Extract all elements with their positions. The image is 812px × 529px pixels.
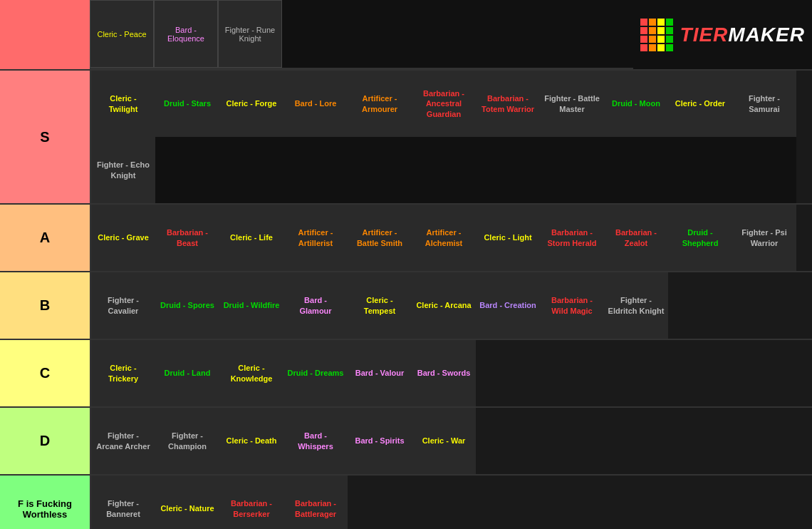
logo-dot — [657, 19, 665, 26]
tier-label: C — [0, 340, 90, 406]
tier-item: Druid - Stars — [155, 71, 219, 137]
logo-dot — [666, 27, 673, 34]
tier-item: Cleric - Tempest — [348, 272, 412, 339]
tier-item: Druid - Spores — [155, 272, 219, 339]
logo-dot — [649, 27, 656, 34]
tier-item: Artificer - Alchemist — [412, 205, 476, 271]
tier-row-S: SCleric - TwilightDruid - StarsCleric - … — [0, 69, 812, 203]
tier-item: Artificer - Armourer — [348, 71, 412, 137]
tier-item: Barbarian - Zealot — [604, 205, 668, 271]
tier-item: Druid - Shepherd — [668, 205, 732, 271]
tier-item: Fighter - Battle Master — [540, 71, 604, 137]
tier-content: Fighter - CavalierDruid - SporesDruid - … — [90, 272, 812, 339]
tier-item: Druid - Dreams — [283, 340, 348, 406]
logo-dot — [649, 36, 656, 43]
header-item: Bard - Eloquence — [154, 0, 218, 68]
tiermaker-logo: TiERMAKeR — [633, 0, 812, 69]
tier-item: Fighter - Eldritch Knight — [604, 272, 668, 339]
tier-item: Bard - Glamour — [283, 272, 348, 339]
tier-item: Cleric - Grave — [91, 205, 155, 271]
header-items: Cleric - PeaceBard - EloquenceFighter - … — [90, 0, 633, 69]
logo-dot — [657, 36, 665, 43]
tier-item: Cleric - Light — [476, 205, 540, 271]
tier-item: Cleric - Nature — [155, 476, 219, 529]
header-row: Cleric - PeaceBard - EloquenceFighter - … — [0, 0, 812, 69]
tier-content: Cleric - TrickeryDruid - LandCleric - Kn… — [90, 340, 812, 406]
logo-dot — [640, 36, 647, 43]
tier-label: F is Fucking Worthless — [0, 476, 90, 529]
tier-row-F: F is Fucking WorthlessFighter - Banneret… — [0, 474, 812, 529]
banned-label — [0, 0, 90, 69]
tier-item: Cleric - Forge — [219, 71, 283, 137]
tier-item: Barbarian - Ancestral Guardian — [412, 71, 476, 137]
tier-item: Fighter - Samurai — [732, 71, 796, 137]
tier-item — [155, 137, 219, 203]
tier-item: Cleric - War — [412, 408, 476, 474]
tier-item — [732, 137, 796, 203]
tier-item — [540, 137, 604, 203]
tier-item: Bard - Valour — [348, 340, 412, 406]
logo-grid — [640, 19, 673, 51]
tier-row-B: BFighter - CavalierDruid - SporesDruid -… — [0, 271, 812, 339]
logo-dot — [666, 36, 673, 43]
tier-item — [348, 137, 412, 203]
tier-item: Cleric - Life — [219, 205, 283, 271]
logo-text: TiERMAKeR — [680, 24, 805, 46]
tier-item: Fighter - Echo Knight — [91, 137, 155, 203]
logo-dot — [657, 44, 665, 51]
tier-label: S — [0, 71, 90, 203]
tier-item: Bard - Lore — [283, 71, 348, 137]
tier-item: Cleric - Arcana — [412, 272, 476, 339]
logo-dot — [666, 44, 673, 51]
header-item: Fighter - Rune Knight — [218, 0, 282, 68]
tier-content: Fighter - Arcane ArcherFighter - Champio… — [90, 408, 812, 474]
tier-item: Druid - Moon — [604, 71, 668, 137]
tier-row-A: ACleric - GraveBarbarian - BeastCleric -… — [0, 203, 812, 271]
logo-dot — [649, 44, 656, 51]
tier-item: Bard - Creation — [476, 272, 540, 339]
logo-dot — [666, 19, 673, 26]
logo-dot — [640, 19, 647, 26]
tier-item: Artificer - Artillerist — [283, 205, 348, 271]
tier-label: A — [0, 205, 90, 271]
tier-item — [476, 137, 540, 203]
tier-row-C: CCleric - TrickeryDruid - LandCleric - K… — [0, 339, 812, 406]
tier-row-D: DFighter - Arcane ArcherFighter - Champi… — [0, 406, 812, 474]
logo-dot — [657, 27, 665, 34]
tier-item: Cleric - Trickery — [91, 340, 155, 406]
tier-content: Cleric - GraveBarbarian - BeastCleric - … — [90, 205, 812, 271]
logo-tier: TiER — [680, 24, 729, 46]
tier-item: Cleric - Twilight — [91, 71, 155, 137]
tier-content: Cleric - TwilightDruid - StarsCleric - F… — [90, 71, 812, 203]
tier-item: Barbarian - Storm Herald — [540, 205, 604, 271]
tier-item — [668, 137, 732, 203]
header-item: Cleric - Peace — [90, 0, 154, 68]
tier-item: Druid - Land — [155, 340, 219, 406]
tier-item: Bard - Swords — [412, 340, 476, 406]
logo-dot — [649, 19, 656, 26]
tier-item: Bard - Spirits — [348, 408, 412, 474]
tier-item: Fighter - Arcane Archer — [91, 408, 155, 474]
tier-item: Druid - Wildfire — [219, 272, 283, 339]
tier-item: Barbarian - Berserker — [219, 476, 283, 529]
tier-item: Artificer - Battle Smith — [348, 205, 412, 271]
tier-item: Fighter - Cavalier — [91, 272, 155, 339]
tier-item: Cleric - Death — [219, 408, 283, 474]
tier-item — [412, 137, 476, 203]
logo-maker: MAKeR — [728, 24, 805, 46]
tier-item — [604, 137, 668, 203]
tier-label: D — [0, 408, 90, 474]
tier-item: Cleric - Order — [668, 71, 732, 137]
tier-item: Barbarian - Wild Magic — [540, 272, 604, 339]
logo-dot — [640, 27, 647, 34]
tier-item: Barbarian - Beast — [155, 205, 219, 271]
tier-item: Fighter - Banneret — [91, 476, 155, 529]
tiers-container: SCleric - TwilightDruid - StarsCleric - … — [0, 69, 812, 529]
tier-item — [219, 137, 283, 203]
logo-dot — [640, 44, 647, 51]
tier-item: Bard - Whispers — [283, 408, 348, 474]
tier-label: B — [0, 272, 90, 339]
tier-item: Cleric - Knowledge — [219, 340, 283, 406]
tier-item: Barbarian - Totem Warrior — [476, 71, 540, 137]
tier-content: Fighter - BanneretCleric - NatureBarbari… — [90, 476, 812, 529]
